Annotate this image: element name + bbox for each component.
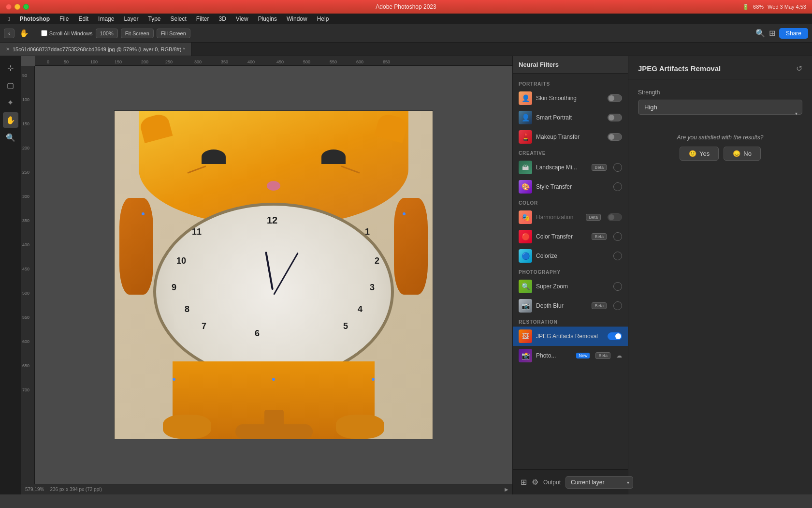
- menu-edit[interactable]: Edit: [74, 15, 92, 23]
- super-zoom-thumb: 🔍: [519, 280, 532, 293]
- style-transfer-toggle[interactable]: [613, 182, 622, 191]
- makeup-transfer-toggle[interactable]: [608, 133, 622, 141]
- document-tab[interactable]: ✕ 15c61d0668737ddac77535268cbd3649.jpg @…: [0, 43, 191, 56]
- filter-photo[interactable]: 📸 Photo... New Beta ☁: [513, 346, 628, 365]
- neural-filters-list[interactable]: PORTRAITS 👤 Skin Smoothing 👤 Smart Portr…: [513, 74, 628, 469]
- canvas-statusbar: 579,19% 236 px x 394 px (72 ppi) ▶: [21, 484, 512, 494]
- style-transfer-label: Style Transfer: [536, 183, 609, 190]
- filter-smart-portrait[interactable]: 👤 Smart Portrait: [513, 108, 628, 127]
- back-btn[interactable]: ‹: [4, 29, 14, 38]
- traffic-lights[interactable]: [0, 4, 29, 10]
- settings-header: JPEG Artifacts Removal ↺: [628, 56, 812, 79]
- depth-blur-thumb: 📷: [519, 299, 532, 313]
- neural-filters-header: Neural Filters: [513, 56, 628, 74]
- filter-harmonization[interactable]: 🎭 Harmonization Beta: [513, 208, 628, 227]
- filter-colorize[interactable]: 🔵 Colorize: [513, 246, 628, 266]
- canvas-image: 12 1 2 3 4 5 6 7 8 9 10 11: [114, 110, 433, 439]
- menu-image[interactable]: Image: [94, 15, 118, 23]
- depth-blur-toggle[interactable]: [613, 301, 622, 310]
- color-transfer-toggle[interactable]: [613, 232, 622, 241]
- colorize-label: Colorize: [536, 253, 609, 259]
- landscape-toggle[interactable]: [613, 163, 622, 172]
- canvas-wrapper: 0 50 100 150 200 250 300 350 400 450 500…: [21, 56, 512, 494]
- filter-style-transfer[interactable]: 🎨 Style Transfer: [513, 177, 628, 196]
- smart-portrait-toggle[interactable]: [608, 114, 622, 121]
- left-toolbar: ⊹ ▢ ⌖ ✋ 🔍: [0, 56, 21, 494]
- color-transfer-label: Color Transfer: [536, 233, 588, 240]
- output-label: Output: [543, 479, 561, 486]
- zoom-tool[interactable]: 🔍: [3, 130, 18, 145]
- output-select-wrapper[interactable]: New layer Current layer Smart filter ▾: [566, 476, 633, 489]
- jpeg-artifacts-thumb: 🖼: [519, 329, 532, 343]
- neural-filters-title: Neural Filters: [519, 61, 622, 68]
- filter-landscape[interactable]: 🏔 Landscape Mi... Beta: [513, 158, 628, 177]
- layout-icon[interactable]: ⊞: [769, 29, 775, 38]
- rectangle-select-tool[interactable]: ▢: [3, 77, 18, 93]
- menu-window[interactable]: Window: [283, 15, 311, 23]
- strength-label: Strength: [638, 89, 802, 96]
- filter-makeup-transfer[interactable]: 💄 Makeup Transfer: [513, 127, 628, 147]
- scroll-arrow[interactable]: ▶: [505, 487, 508, 492]
- settings-body: Strength Low Medium High ▾ Are you satis…: [628, 79, 812, 494]
- menu-view[interactable]: View: [232, 15, 252, 23]
- fill-screen-btn[interactable]: Fill Screen: [157, 29, 190, 38]
- settings-reset-icon[interactable]: ↺: [796, 64, 802, 73]
- skin-smoothing-toggle[interactable]: [608, 94, 622, 102]
- tab-close-icon[interactable]: ✕: [6, 46, 10, 52]
- jpeg-artifacts-label: JPEG Artifacts Removal: [536, 333, 604, 340]
- share-button[interactable]: Share: [779, 28, 808, 39]
- apple-menu[interactable]: : [4, 15, 14, 23]
- menu-3d[interactable]: 3D: [215, 15, 230, 23]
- hand-tool-btn[interactable]: ✋: [17, 27, 31, 40]
- select-move-tool[interactable]: ⊹: [3, 60, 18, 75]
- layers-icon-btn[interactable]: ⊞: [521, 475, 527, 490]
- hand-tool[interactable]: ✋: [3, 112, 18, 128]
- menu-type[interactable]: Type: [144, 15, 164, 23]
- strength-select[interactable]: Low Medium High: [638, 100, 802, 115]
- strength-select-wrapper[interactable]: Low Medium High ▾: [638, 100, 802, 126]
- scroll-all-checkbox[interactable]: Scroll All Windows: [41, 30, 93, 36]
- datetime: Wed 3 May 4:53: [768, 4, 806, 10]
- satisfaction-buttons: 🙂 Yes 😞 No: [638, 147, 802, 161]
- search-icon[interactable]: 🔍: [755, 29, 765, 38]
- yes-button[interactable]: 🙂 Yes: [680, 147, 719, 161]
- filter-color-transfer[interactable]: 🔴 Color Transfer Beta: [513, 227, 628, 246]
- satisfaction-text: Are you satisfied with the results?: [638, 134, 802, 141]
- close-button[interactable]: [6, 4, 12, 10]
- maximize-button[interactable]: [23, 4, 29, 10]
- window-title: Adobe Photoshop 2023: [376, 3, 436, 10]
- menu-layer[interactable]: Layer: [120, 15, 142, 23]
- filter-skin-smoothing[interactable]: 👤 Skin Smoothing: [513, 89, 628, 108]
- color-transfer-beta-badge: Beta: [592, 233, 607, 240]
- super-zoom-toggle[interactable]: [613, 282, 622, 291]
- jpeg-artifacts-toggle[interactable]: [608, 332, 622, 340]
- output-select[interactable]: New layer Current layer Smart filter: [566, 476, 633, 489]
- menu-select[interactable]: Select: [166, 15, 190, 23]
- menubar:  Photoshop File Edit Image Layer Type S…: [0, 14, 812, 24]
- lasso-tool[interactable]: ⌖: [3, 95, 18, 110]
- menu-file[interactable]: File: [56, 15, 72, 23]
- filter-super-zoom[interactable]: 🔍 Super Zoom: [513, 277, 628, 296]
- zoom-input[interactable]: 100%: [96, 29, 118, 38]
- no-button[interactable]: 😞 No: [724, 147, 761, 161]
- smart-portrait-thumb: 👤: [519, 111, 532, 124]
- settings-icon-btn[interactable]: ⚙: [532, 475, 538, 490]
- menu-photoshop[interactable]: Photoshop: [15, 15, 54, 23]
- canvas-dimensions: 236 px x 394 px (72 ppi): [50, 487, 102, 492]
- colorize-toggle[interactable]: [613, 252, 622, 260]
- titlebar-status: 🔋 68% Wed 3 May 4:53: [742, 4, 812, 10]
- tab-title: 15c61d0668737ddac77535268cbd3649.jpg @ 5…: [13, 46, 185, 52]
- filter-jpeg-artifacts[interactable]: 🖼 JPEG Artifacts Removal: [513, 327, 628, 346]
- menu-plugins[interactable]: Plugins: [254, 15, 281, 23]
- filter-depth-blur[interactable]: 📷 Depth Blur Beta: [513, 296, 628, 315]
- zoom-level: 579,19%: [25, 487, 44, 492]
- ruler-horizontal: 0 50 100 150 200 250 300 350 400 450 500…: [35, 56, 512, 66]
- canvas-content[interactable]: 12 1 2 3 4 5 6 7 8 9 10 11: [35, 66, 512, 484]
- menu-help[interactable]: Help: [313, 15, 333, 23]
- minimize-button[interactable]: [14, 4, 20, 10]
- fit-screen-btn[interactable]: Fit Screen: [121, 29, 154, 38]
- section-portraits: PORTRAITS: [513, 77, 628, 89]
- menu-filter[interactable]: Filter: [192, 15, 213, 23]
- harmonization-toggle[interactable]: [608, 213, 622, 221]
- makeup-transfer-label: Makeup Transfer: [536, 134, 604, 140]
